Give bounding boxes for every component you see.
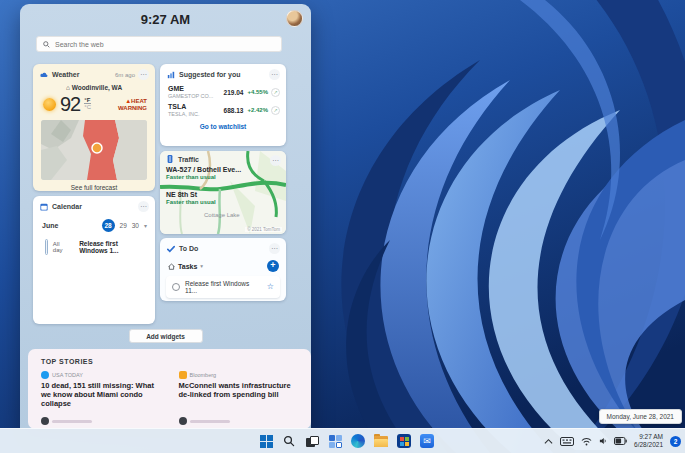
mail-button[interactable]: ✉ xyxy=(419,433,435,449)
store-button[interactable] xyxy=(396,433,412,449)
stock-sparkline-button[interactable]: ↗ xyxy=(271,88,280,97)
event-time-bracket xyxy=(45,239,48,255)
taskbar-clock[interactable]: 9:27 AM 6/28/2021 xyxy=(634,433,663,449)
task-view-button[interactable] xyxy=(304,433,320,449)
stock-price: 688.13 xyxy=(224,107,244,114)
traffic-route: WA-527 / Bothell Eve... Faster than usua… xyxy=(166,166,241,180)
calendar-icon xyxy=(40,203,48,211)
widgets-button[interactable] xyxy=(327,433,343,449)
calendar-title: Calendar xyxy=(52,203,82,210)
add-task-button[interactable]: + xyxy=(267,260,279,272)
mail-icon: ✉ xyxy=(420,434,434,448)
file-explorer-button[interactable] xyxy=(373,433,389,449)
calendar-month: June xyxy=(42,222,58,229)
traffic-title: Traffic xyxy=(178,156,199,163)
volume-icon[interactable] xyxy=(599,437,607,445)
unit-celsius[interactable]: °C xyxy=(84,104,91,110)
avatar[interactable] xyxy=(286,10,303,27)
stock-row-gme[interactable]: GME GAMESTOP CO... 219.04 +4.55% ↗ xyxy=(160,83,286,101)
unit-fahrenheit[interactable]: °F xyxy=(84,97,91,104)
widgets-icon xyxy=(329,435,342,448)
taskbar-search-button[interactable] xyxy=(281,433,297,449)
news-headline: 10 dead, 151 still missing: What we know… xyxy=(41,381,161,408)
calendar-day-selected[interactable]: 28 xyxy=(102,219,115,232)
battery-icon[interactable] xyxy=(614,437,627,445)
search-icon xyxy=(43,41,50,48)
weather-cloud-icon xyxy=(40,71,48,79)
add-widgets-button[interactable]: Add widgets xyxy=(129,329,203,343)
news-logo xyxy=(179,417,187,425)
chevron-down-icon[interactable]: ▾ xyxy=(200,263,203,269)
touch-keyboard-icon[interactable] xyxy=(560,437,574,446)
go-to-watchlist-link[interactable]: Go to watchlist xyxy=(160,123,286,130)
usa-today-logo xyxy=(41,371,49,379)
stocks-widget[interactable]: Suggested for you ⋯ GME GAMESTOP CO... 2… xyxy=(160,64,286,146)
news-story[interactable]: Bloomberg McConnell wants infrastructure… xyxy=(179,371,299,408)
stock-sparkline-button[interactable]: ↗ xyxy=(271,106,280,115)
stocks-chart-icon xyxy=(167,71,175,79)
weather-map[interactable] xyxy=(41,120,147,180)
task-checkbox[interactable] xyxy=(172,283,180,291)
wifi-icon[interactable] xyxy=(581,437,592,446)
stock-row-tsla[interactable]: TSLA TESLA, INC. 688.13 +2.42% ↗ xyxy=(160,101,286,119)
map-copyright: © 2021 TomTom xyxy=(245,227,282,232)
stock-change: +2.42% xyxy=(247,107,268,113)
more-icon[interactable]: ⋯ xyxy=(270,155,281,166)
stocks-title: Suggested for you xyxy=(179,71,240,78)
calendar-day[interactable]: 30 xyxy=(132,222,139,229)
store-icon xyxy=(397,434,411,448)
stock-symbol: TSLA xyxy=(168,103,199,111)
news-headline: McConnell wants infrastructure de-linked… xyxy=(179,381,299,399)
clock-time: 9:27 AM xyxy=(639,433,663,440)
event-time: All day xyxy=(53,241,68,253)
weather-widget[interactable]: Weather 6m ago ⋯ ⌂ Woodinville, WA 92 °F… xyxy=(33,64,155,191)
task-title: Release first Windows 11... xyxy=(185,280,262,294)
news-source: USA TODAY xyxy=(52,372,83,378)
traffic-widget[interactable]: Traffic ⋯ WA-527 / Bothell Eve... Faster… xyxy=(160,151,286,234)
star-icon[interactable]: ☆ xyxy=(267,283,274,291)
news-story-partial[interactable] xyxy=(179,417,299,425)
stock-price: 219.04 xyxy=(224,89,244,96)
widgets-panel: 9:27 AM Weather 6m ago ⋯ ⌂ Woodinville, … xyxy=(20,4,311,429)
traffic-icon xyxy=(166,155,174,163)
search-icon xyxy=(283,435,295,447)
panel-clock: 9:27 AM xyxy=(20,12,311,27)
search-bar[interactable] xyxy=(36,36,282,52)
weather-location: ⌂ Woodinville, WA xyxy=(33,84,155,91)
notification-badge[interactable]: 2 xyxy=(670,436,681,447)
news-story-partial[interactable] xyxy=(41,417,161,425)
start-button[interactable] xyxy=(258,433,274,449)
chevron-up-icon[interactable] xyxy=(544,438,553,445)
desktop: 9:27 AM Weather 6m ago ⋯ ⌂ Woodinville, … xyxy=(0,0,685,453)
todo-widget[interactable]: To Do ⋯ Tasks ▾ + Release first Windows … xyxy=(160,238,286,301)
calendar-event[interactable]: All day Release first Windows 1... xyxy=(33,234,155,255)
heat-warning-badge: ▲HEAT WARNING xyxy=(118,98,147,112)
more-icon[interactable]: ⋯ xyxy=(269,243,280,254)
news-story[interactable]: USA TODAY 10 dead, 151 still missing: Wh… xyxy=(41,371,161,408)
more-icon[interactable]: ⋯ xyxy=(269,69,280,80)
more-icon[interactable]: ⋯ xyxy=(138,201,149,212)
folder-icon xyxy=(374,436,388,447)
top-stories-header: TOP STORIES xyxy=(41,358,298,365)
stock-change: +4.55% xyxy=(247,89,268,95)
see-full-forecast-link[interactable]: See full forecast xyxy=(33,184,155,191)
bloomberg-logo xyxy=(179,371,187,379)
calendar-widget[interactable]: Calendar ⋯ June 28 29 30 ▾ All day Relea… xyxy=(33,196,155,324)
weather-updated: 6m ago xyxy=(115,72,135,78)
map-label: Cottage Lake xyxy=(204,212,240,218)
sun-icon xyxy=(43,98,56,111)
todo-list-name[interactable]: Tasks xyxy=(178,263,197,270)
search-input[interactable] xyxy=(55,41,275,48)
todo-task-row[interactable]: Release first Windows 11... ☆ xyxy=(166,276,280,298)
windows-logo-icon xyxy=(260,435,273,448)
calendar-day[interactable]: 29 xyxy=(120,222,127,229)
news-source: Bloomberg xyxy=(190,372,217,378)
clock-date: 6/28/2021 xyxy=(634,441,663,448)
chevron-down-icon[interactable]: ▾ xyxy=(144,222,147,229)
stock-symbol: GME xyxy=(168,85,213,93)
date-tooltip: Monday, June 28, 2021 xyxy=(599,409,682,424)
more-icon[interactable]: ⋯ xyxy=(138,69,149,80)
task-view-icon xyxy=(306,436,319,447)
edge-button[interactable] xyxy=(350,433,366,449)
home-icon xyxy=(168,263,175,270)
